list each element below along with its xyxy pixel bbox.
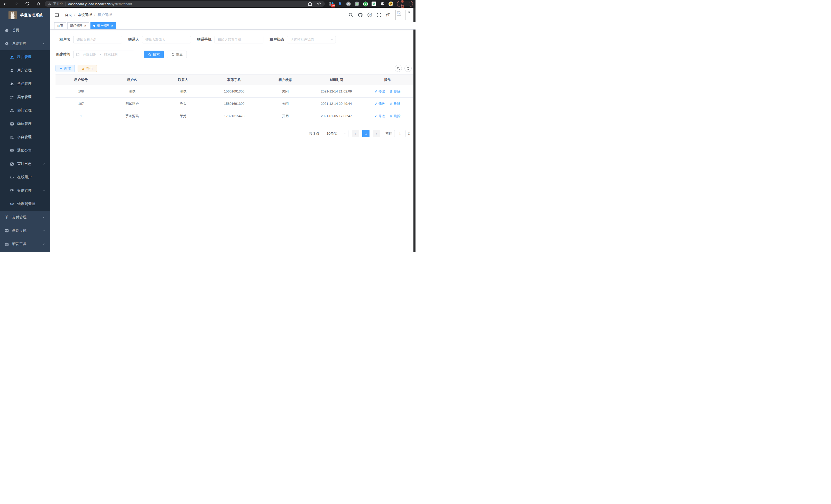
cell-mobile: 15601691300 xyxy=(209,85,260,98)
sidebar-item-audit-log[interactable]: 审计日志 xyxy=(0,157,50,171)
sidebar-item-post[interactable]: 岗位管理 xyxy=(0,117,50,130)
prev-page-button[interactable]: ‹ xyxy=(352,130,359,137)
cell-status: 关闭 xyxy=(260,85,311,98)
add-button[interactable]: 新增 xyxy=(56,65,75,72)
sidebar-item-user[interactable]: 用户管理 xyxy=(0,64,50,77)
mobile-input[interactable] xyxy=(214,36,263,43)
org-tree-icon xyxy=(10,109,14,113)
sidebar-item-label: 角色管理 xyxy=(17,82,32,86)
sidebar-collapse-icon[interactable] xyxy=(53,11,61,19)
share-icon[interactable] xyxy=(308,2,312,6)
browser-update-button[interactable]: 更新 xyxy=(397,1,413,7)
sidebar-item-dept[interactable]: 部门管理 xyxy=(0,104,50,117)
sidebar-item-menu[interactable]: 菜单管理 xyxy=(0,90,50,104)
status-select[interactable]: 请选择租户状态 xyxy=(287,36,336,43)
cell-id: 107 xyxy=(56,98,107,110)
plus-icon xyxy=(60,67,62,70)
browser-forward-icon[interactable] xyxy=(13,1,20,7)
profile-avatar-icon[interactable] xyxy=(388,1,393,6)
tenant-name-input[interactable] xyxy=(73,36,122,43)
avatar-dropdown-caret[interactable] xyxy=(408,11,410,14)
tab-home[interactable]: 首页 xyxy=(54,22,66,29)
sidebar-item-label: 短信管理 xyxy=(17,188,32,193)
reset-button[interactable]: 重置 xyxy=(167,51,187,58)
contact-input[interactable] xyxy=(142,36,191,43)
toggle-search-button[interactable] xyxy=(395,65,402,72)
help-icon[interactable]: ? xyxy=(367,12,372,18)
browser-home-icon[interactable] xyxy=(35,1,41,7)
url-host: dashboard.yudao.iocoder.cn xyxy=(68,2,110,6)
search-button[interactable]: 搜索 xyxy=(144,51,164,58)
sidebar-item-label: 在线用户 xyxy=(17,175,32,180)
page-header: 首页 / 系统管理 / 租户管理 ? T xyxy=(50,8,416,22)
delete-link[interactable]: 删除 xyxy=(390,101,400,106)
create-time-range-picker[interactable]: 开始日期 - 结束日期 xyxy=(73,51,134,58)
font-size-icon[interactable]: TT xyxy=(386,13,390,17)
extension-gem-icon[interactable] xyxy=(337,1,343,6)
edit-link[interactable]: 修改 xyxy=(374,89,385,94)
filter-create-time: 创建时间 开始日期 - 结束日期 xyxy=(56,51,134,58)
search-icon xyxy=(148,53,151,56)
browser-back-icon[interactable] xyxy=(2,1,8,7)
chevron-down-icon xyxy=(42,189,45,192)
breadcrumb-home[interactable]: 首页 xyxy=(65,12,72,17)
sidebar-item-dev-tools[interactable]: 研发工具 xyxy=(0,237,50,251)
breadcrumb: 首页 / 系统管理 / 租户管理 xyxy=(65,12,112,17)
edit-link[interactable]: 修改 xyxy=(374,101,385,106)
next-page-button[interactable]: › xyxy=(373,130,380,137)
address-bar[interactable]: 不安全 dashboard.yudao.iocoder.cn/system/te… xyxy=(45,1,325,7)
sidebar-item-dict[interactable]: 字典管理 xyxy=(0,130,50,144)
sidebar-item-sms[interactable]: 短信管理 xyxy=(0,184,50,197)
refresh-table-button[interactable] xyxy=(404,65,412,72)
goto-page-input[interactable] xyxy=(394,130,405,137)
tab-close-icon[interactable]: × xyxy=(84,24,86,28)
sidebar-item-online-users[interactable]: 在线用户 xyxy=(0,171,50,184)
extension-chat-icon[interactable] xyxy=(371,1,376,6)
search-icon[interactable] xyxy=(348,12,353,18)
extension-command-icon[interactable]: ⌘ xyxy=(346,1,351,6)
message-icon xyxy=(10,148,14,153)
tab-tenant[interactable]: 租户管理 × xyxy=(90,22,116,29)
system-submenu: 租户管理 用户管理 角色管理 菜单管理 部门管理 xyxy=(0,50,50,211)
column-header-id: 租户编号 xyxy=(56,75,107,85)
github-icon[interactable] xyxy=(358,12,363,18)
sidebar-item-system[interactable]: 系统管理 xyxy=(0,37,50,50)
export-button[interactable]: 导出 xyxy=(78,65,97,72)
breadcrumb-system[interactable]: 系统管理 xyxy=(78,12,92,17)
security-status[interactable]: 不安全 xyxy=(48,2,63,6)
delete-link[interactable]: 删除 xyxy=(390,89,400,94)
tab-dept[interactable]: 部门管理 × xyxy=(67,22,89,29)
sidebar-item-error-code[interactable]: </> 错误码管理 xyxy=(0,197,50,211)
user-avatar[interactable] xyxy=(396,10,405,20)
cell-name: 测试租户 xyxy=(107,98,158,110)
cell-name: 芋道源码 xyxy=(107,110,158,122)
command-glyph: ⌘ xyxy=(347,2,350,6)
browser-reload-icon[interactable] xyxy=(24,1,31,7)
sidebar-item-notice[interactable]: 通知公告 xyxy=(0,144,50,157)
sidebar-item-payment[interactable]: ¥ 支付管理 xyxy=(0,211,50,224)
current-page-button[interactable]: 1 xyxy=(362,130,370,137)
sidebar-item-role[interactable]: 角色管理 xyxy=(0,77,50,90)
cell-created: 2021-01-05 17:03:47 xyxy=(311,110,362,122)
active-tab-dot xyxy=(93,25,95,27)
extension-record-icon[interactable] xyxy=(354,1,360,6)
sidebar-item-label: 系统管理 xyxy=(12,41,26,46)
cell-name: 测试 xyxy=(107,85,158,98)
page-scrollbar[interactable] xyxy=(413,8,416,252)
sidebar-item-tenant[interactable]: 租户管理 xyxy=(0,50,50,64)
sidebar-item-infrastructure[interactable]: 基础设施 xyxy=(0,224,50,237)
tab-close-icon[interactable]: × xyxy=(111,24,113,28)
extensions-puzzle-icon[interactable] xyxy=(380,1,385,6)
page-size-select[interactable]: 10条/页 xyxy=(323,130,348,137)
filter-status: 租户状态 请选择租户状态 xyxy=(269,36,336,43)
edit-link[interactable]: 修改 xyxy=(374,114,385,118)
app-logo[interactable]: 芋道管理系统 xyxy=(0,8,50,23)
fullscreen-icon[interactable] xyxy=(377,12,381,18)
page-unit-label: 页 xyxy=(407,131,411,136)
bookmark-star-icon[interactable] xyxy=(317,2,321,6)
sidebar-item-home[interactable]: 首页 xyxy=(0,24,50,37)
extension-colorful-icon[interactable]: 10 xyxy=(329,1,334,6)
browser-menu-icon[interactable] xyxy=(409,2,410,6)
delete-link[interactable]: 删除 xyxy=(390,114,400,118)
extension-y-logo-icon[interactable]: Y xyxy=(363,1,368,6)
